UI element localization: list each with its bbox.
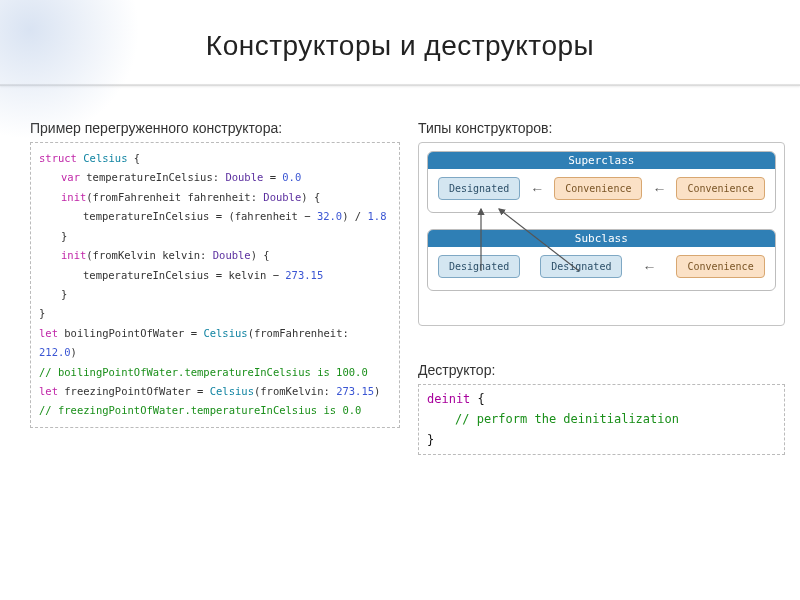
arrow-left-icon: ← — [642, 259, 656, 275]
call-args: (fromFahrenheit: — [248, 327, 349, 339]
expr: = (fahrenheit − — [209, 210, 316, 222]
brace: } — [427, 433, 434, 447]
arrow-left-icon: ← — [530, 181, 544, 197]
kw-struct: struct — [39, 152, 77, 164]
expr: ) / — [342, 210, 367, 222]
assign-lhs: temperatureInCelsius — [83, 210, 209, 222]
brace: { — [470, 392, 484, 406]
destructor-code-block: deinit { // perform the deinitialization… — [418, 384, 785, 455]
kw-var: var — [61, 171, 80, 183]
num-literal: 273.15 — [285, 269, 323, 281]
num-literal: 1.8 — [368, 210, 387, 222]
comment-line: // perform the deinitialization — [455, 412, 679, 426]
assign-lhs: temperatureInCelsius — [83, 269, 209, 281]
init-params: (fromKelvin kelvin: — [86, 249, 212, 261]
num-literal: 0.0 — [282, 171, 301, 183]
content-area: Пример перегруженного конструктора: stru… — [0, 86, 800, 455]
left-section-label: Пример перегруженного конструктора: — [30, 120, 400, 136]
eq: = — [184, 327, 203, 339]
kw-let: let — [39, 327, 58, 339]
brace: { — [128, 152, 141, 164]
arrow-left-icon: ← — [652, 181, 666, 197]
brace: } — [61, 288, 67, 300]
var-name: temperatureInCelsius — [86, 171, 212, 183]
superclass-header: Superclass — [428, 152, 775, 169]
left-column: Пример перегруженного конструктора: stru… — [30, 120, 400, 455]
right-section-label-2: Деструктор: — [418, 362, 785, 378]
comment-line: // freezingPointOfWater.temperatureInCel… — [39, 404, 361, 416]
brace: } — [61, 230, 67, 242]
init-params: (fromFahrenheit fahrenheit: — [86, 191, 263, 203]
constructor-code-block: struct Celsius { var temperatureInCelsiu… — [30, 142, 400, 428]
right-column: Типы конструкторов: Superclass Designate… — [418, 120, 785, 455]
call-args: (fromKelvin: — [254, 385, 336, 397]
kw-init: init — [61, 191, 86, 203]
right-section-label-1: Типы конструкторов: — [418, 120, 785, 136]
subclass-header: Subclass — [428, 230, 775, 247]
let-name: boilingPointOfWater — [64, 327, 184, 339]
num-literal: 32.0 — [317, 210, 342, 222]
type-name: Double — [263, 191, 301, 203]
comment-line: // boilingPointOfWater.temperatureInCels… — [39, 366, 368, 378]
node-sub-convenience: Convenience — [676, 255, 764, 278]
node-super-convenience-2: Convenience — [676, 177, 764, 200]
node-sub-designated-2: Designated — [540, 255, 622, 278]
struct-name: Celsius — [83, 152, 127, 164]
kw-deinit: deinit — [427, 392, 470, 406]
type-name: Double — [213, 249, 251, 261]
slide-title: Конструкторы и деструкторы — [0, 0, 800, 84]
brace: ) { — [251, 249, 270, 261]
paren: ) — [374, 385, 380, 397]
colon: : — [213, 171, 226, 183]
type-name: Double — [225, 171, 263, 183]
brace: } — [39, 307, 45, 319]
expr: = kelvin − — [209, 269, 285, 281]
eq: = — [263, 171, 282, 183]
num-literal: 212.0 — [39, 346, 71, 358]
superclass-box: Superclass Designated ← Convenience ← Co… — [427, 151, 776, 213]
eq: = — [191, 385, 210, 397]
subclass-box: Subclass Designated Designated ← Conveni… — [427, 229, 776, 291]
type-ref: Celsius — [203, 327, 247, 339]
let-name: freezingPointOfWater — [64, 385, 190, 397]
brace: ) { — [301, 191, 320, 203]
paren: ) — [71, 346, 77, 358]
node-super-convenience-1: Convenience — [554, 177, 642, 200]
type-ref: Celsius — [210, 385, 254, 397]
num-literal: 273.15 — [336, 385, 374, 397]
kw-let: let — [39, 385, 58, 397]
initializer-diagram: Superclass Designated ← Convenience ← Co… — [418, 142, 785, 326]
kw-init: init — [61, 249, 86, 261]
node-super-designated: Designated — [438, 177, 520, 200]
node-sub-designated-1: Designated — [438, 255, 520, 278]
